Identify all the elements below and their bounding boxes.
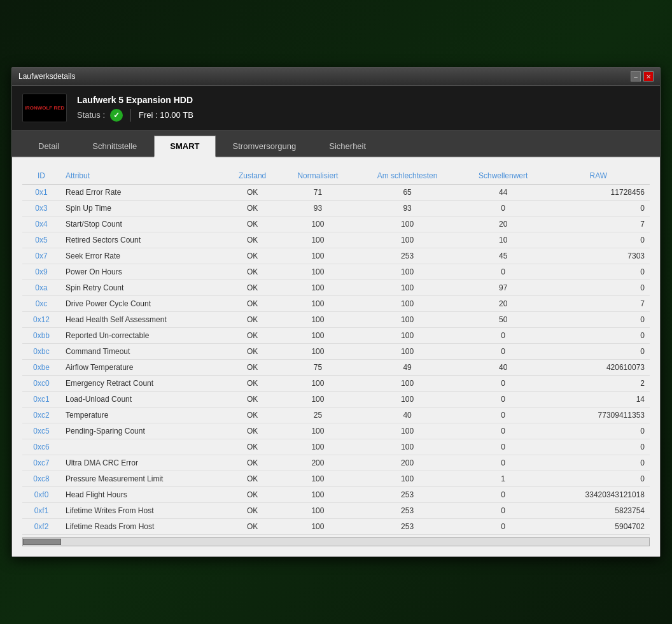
cell-norm: 100 <box>280 296 355 312</box>
cell-thresh: 0 <box>459 439 547 455</box>
cell-thresh: 0 <box>459 423 547 439</box>
cell-id: 0xc1 <box>22 392 60 408</box>
cell-attr: Emergency Retract Count <box>60 376 225 392</box>
cell-norm: 100 <box>280 312 355 328</box>
cell-raw: 33420343121018 <box>547 487 650 503</box>
tab-schnittstelle[interactable]: Schnittstelle <box>76 136 153 156</box>
minimize-button[interactable]: – <box>631 71 641 82</box>
cell-norm: 100 <box>280 487 355 503</box>
cell-attr: Head Health Self Assessment <box>60 312 225 328</box>
cell-thresh: 0 <box>459 264 547 280</box>
cell-worst: 253 <box>355 487 459 503</box>
cell-norm: 100 <box>280 216 355 232</box>
cell-raw: 2 <box>547 376 650 392</box>
cell-norm: 100 <box>280 264 355 280</box>
cell-status: OK <box>225 248 281 264</box>
cell-worst: 49 <box>355 360 459 376</box>
cell-norm: 100 <box>280 344 355 360</box>
close-button[interactable]: ✕ <box>643 71 654 82</box>
cell-norm: 100 <box>280 439 355 455</box>
cell-status: OK <box>225 328 281 344</box>
cell-worst: 100 <box>355 328 459 344</box>
cell-worst: 93 <box>355 201 459 216</box>
cell-attr: Temperature <box>60 408 225 423</box>
cell-worst: 253 <box>355 519 459 535</box>
cell-attr: Drive Power Cycle Count <box>60 296 225 312</box>
cell-thresh: 0 <box>459 376 547 392</box>
cell-thresh: 97 <box>459 280 547 296</box>
cell-attr: Load-Unload Count <box>60 392 225 408</box>
cell-id: 0x12 <box>22 312 60 328</box>
tab-sicherheit[interactable]: Sicherheit <box>313 136 382 156</box>
cell-thresh: 0 <box>459 503 547 519</box>
table-row: 0x3 Spin Up Time OK 93 93 0 0 <box>22 201 650 216</box>
status-ok-icon: ✓ <box>110 109 123 122</box>
table-row: 0xc1 Load-Unload Count OK 100 100 0 14 <box>22 392 650 408</box>
content-area: ID Attribut Zustand Normalisiert Am schl… <box>12 157 660 557</box>
logo: IRONWOLF RED <box>22 94 67 122</box>
cell-norm: 100 <box>280 248 355 264</box>
tab-detail[interactable]: Detail <box>22 136 75 156</box>
table-row: 0x5 Retired Sectors Count OK 100 100 10 … <box>22 232 650 248</box>
cell-status: OK <box>225 455 281 471</box>
table-row: 0x1 Read Error Rate OK 71 65 44 11728456 <box>22 185 650 201</box>
cell-thresh: 44 <box>459 185 547 201</box>
table-row: 0xf1 Lifetime Writes From Host OK 100 25… <box>22 503 650 519</box>
tab-stromversorgung[interactable]: Stromversorgung <box>217 136 312 156</box>
cell-worst: 253 <box>355 248 459 264</box>
cell-attr: Spin Up Time <box>60 201 225 216</box>
cell-attr <box>60 439 225 455</box>
table-row: 0x7 Seek Error Rate OK 100 253 45 7303 <box>22 248 650 264</box>
col-header-raw: RAW <box>547 167 650 185</box>
cell-thresh: 20 <box>459 296 547 312</box>
cell-attr: Read Error Rate <box>60 185 225 201</box>
horizontal-scrollbar[interactable] <box>22 537 650 546</box>
cell-status: OK <box>225 487 281 503</box>
cell-id: 0xc <box>22 296 60 312</box>
table-row: 0xbe Airflow Temperature OK 75 49 40 420… <box>22 360 650 376</box>
cell-id: 0x4 <box>22 216 60 232</box>
table-row: 0x12 Head Health Self Assessment OK 100 … <box>22 312 650 328</box>
cell-id: 0xc6 <box>22 439 60 455</box>
cell-status: OK <box>225 201 281 216</box>
cell-attr: Lifetime Writes From Host <box>60 503 225 519</box>
cell-attr: Pending-Sparing Count <box>60 423 225 439</box>
cell-norm: 100 <box>280 503 355 519</box>
cell-id: 0xf0 <box>22 487 60 503</box>
cell-status: OK <box>225 232 281 248</box>
cell-attr: Start/Stop Count <box>60 216 225 232</box>
table-row: 0x9 Power On Hours OK 100 100 0 0 <box>22 264 650 280</box>
cell-id: 0xc8 <box>22 471 60 487</box>
cell-id: 0x7 <box>22 248 60 264</box>
cell-raw: 0 <box>547 423 650 439</box>
cell-status: OK <box>225 264 281 280</box>
cell-raw: 0 <box>547 280 650 296</box>
header-info: Laufwerk 5 Expansion HDD Status : ✓ Frei… <box>77 95 650 122</box>
cell-norm: 100 <box>280 280 355 296</box>
cell-attr: Ultra DMA CRC Error <box>60 455 225 471</box>
drive-name: Laufwerk 5 Expansion HDD <box>77 95 650 105</box>
table-row: 0xa Spin Retry Count OK 100 100 97 0 <box>22 280 650 296</box>
scrollbar-thumb[interactable] <box>23 539 61 545</box>
cell-thresh: 0 <box>459 201 547 216</box>
cell-status: OK <box>225 296 281 312</box>
cell-thresh: 20 <box>459 216 547 232</box>
cell-attr: Retired Sectors Count <box>60 232 225 248</box>
tab-smart[interactable]: SMART <box>154 136 215 157</box>
table-row: 0xc8 Pressure Measurement Limit OK 100 1… <box>22 471 650 487</box>
cell-worst: 100 <box>355 344 459 360</box>
cell-worst: 100 <box>355 439 459 455</box>
tabs-bar: Detail Schnittstelle SMART Stromversorgu… <box>12 131 660 157</box>
cell-id: 0xc2 <box>22 408 60 423</box>
cell-norm: 200 <box>280 455 355 471</box>
cell-raw: 0 <box>547 201 650 216</box>
cell-worst: 40 <box>355 408 459 423</box>
cell-worst: 100 <box>355 232 459 248</box>
smart-table: ID Attribut Zustand Normalisiert Am schl… <box>22 167 650 535</box>
table-row: 0xbb Reported Un-correctable OK 100 100 … <box>22 328 650 344</box>
col-header-attr: Attribut <box>60 167 225 185</box>
table-row: 0xc6 OK 100 100 0 0 <box>22 439 650 455</box>
cell-id: 0x1 <box>22 185 60 201</box>
table-row: 0xc7 Ultra DMA CRC Error OK 200 200 0 0 <box>22 455 650 471</box>
cell-norm: 100 <box>280 328 355 344</box>
